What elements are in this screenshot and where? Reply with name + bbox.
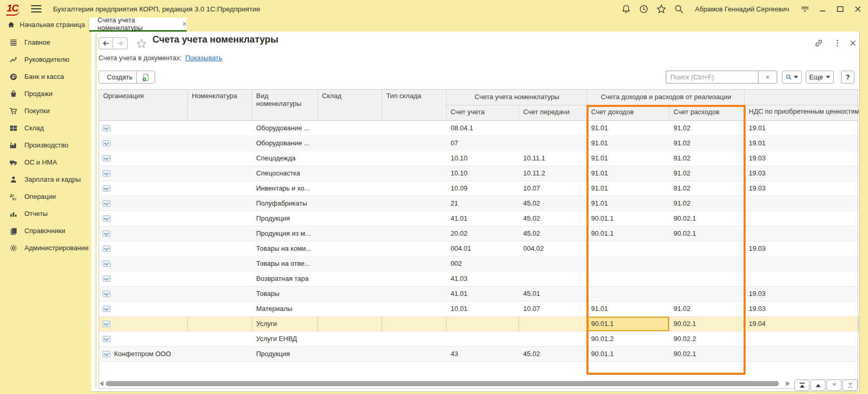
back-button[interactable]	[99, 37, 113, 49]
table-row[interactable]: Оборудование ... 07 91.01 91.02 19.01	[99, 136, 858, 151]
sidebar-item-purchases[interactable]: Покупки	[0, 102, 91, 119]
get-link-icon[interactable]	[814, 38, 823, 48]
register-record-icon	[103, 185, 110, 192]
tab-item-accounts[interactable]: Счета учета номенклатуры ×	[89, 18, 187, 32]
current-user[interactable]: Абрамов Геннадий Сергеевич	[695, 5, 789, 13]
panel-splitter[interactable]	[95, 33, 97, 388]
cell-vat: 19.03	[745, 166, 859, 181]
register-record-icon	[103, 306, 110, 312]
cell-warehouse-type	[382, 181, 446, 196]
cell-expense-account: 90.02.1	[669, 226, 745, 241]
tab-home-page[interactable]: Начальная страница	[0, 18, 89, 32]
cell-income-account: 90.01.2	[587, 332, 669, 346]
forward-button[interactable]	[113, 37, 128, 49]
table-row[interactable]: Возвратная тара 41.03	[99, 271, 858, 287]
search-button[interactable]	[782, 71, 802, 84]
cell-nomenclature	[188, 196, 252, 211]
column-header-kind[interactable]: Вид номенклатуры	[252, 90, 318, 120]
sidebar-item-warehouse[interactable]: Склад	[0, 119, 91, 137]
table-row[interactable]: Полуфабрикаты 21 45.02 91.01 91.02	[99, 196, 858, 211]
help-button[interactable]: ?	[841, 71, 855, 84]
global-search-icon[interactable]	[674, 4, 684, 14]
table-row[interactable]: Услуги 90.01.1 90.02.1 19.04	[99, 317, 858, 332]
cell-transfer-account: 45.02	[519, 347, 587, 361]
more-button[interactable]: Еще	[806, 71, 834, 84]
create-button[interactable]: Создать	[99, 71, 141, 84]
list-bottom-button[interactable]	[843, 379, 858, 391]
table-row[interactable]: Товары на отве... 002	[99, 256, 858, 271]
clear-search-icon[interactable]: ×	[758, 71, 777, 84]
cell-kind: Услуги ЕНВД	[252, 332, 318, 346]
cell-income-account: 91.01	[587, 181, 669, 196]
cell-nomenclature	[188, 302, 252, 316]
cell-vat: 19.04	[745, 317, 859, 331]
table-row[interactable]: Спецодежда 10.10 10.11.1 91.01 91.02 19.…	[99, 151, 858, 166]
sidebar-item-main[interactable]: Главное	[0, 34, 91, 51]
cell-warehouse	[318, 271, 382, 286]
sidebar-item-reports[interactable]: Отчеты	[0, 205, 91, 222]
column-header-income-account[interactable]: Счет доходов	[587, 105, 669, 120]
favorites-star-icon[interactable]	[656, 4, 666, 14]
table-row[interactable]: Товары 41.01 45.01 19.03	[99, 287, 858, 302]
sidebar-item-operations[interactable]: ДтКтОперации	[0, 188, 91, 205]
sidebar-item-bank-cash[interactable]: Банк и касса	[0, 68, 91, 85]
cell-transfer-account	[519, 332, 587, 346]
sidebar-item-salary-hr[interactable]: Зарплата и кадры	[0, 171, 91, 188]
column-header-nomenclature[interactable]: Номенклатура	[188, 90, 252, 120]
list-up-button[interactable]	[810, 379, 825, 391]
sidebar-item-sales[interactable]: Продажи	[0, 85, 91, 102]
sidebar-item-fixed-assets[interactable]: ОС и НМА	[0, 154, 91, 171]
table-row[interactable]: Продукция 41.01 45.02 90.01.1 90.02.1	[99, 211, 858, 226]
sidebar-item-references[interactable]: Справочники	[0, 222, 91, 239]
favorite-star-icon[interactable]	[136, 38, 147, 49]
page-title: Счета учета номенклатуры	[152, 34, 278, 45]
show-link[interactable]: Показывать	[185, 54, 222, 62]
sidebar-item-production[interactable]: Производство	[0, 137, 91, 154]
register-record-icon	[103, 155, 110, 161]
list-down-button[interactable]	[827, 379, 842, 391]
service-menu-icon[interactable]	[800, 4, 810, 14]
scroll-right-icon[interactable]	[786, 381, 790, 386]
close-window-icon[interactable]	[853, 4, 863, 14]
cell-income-account	[587, 271, 669, 286]
table-body: Оборудование ... 08.04.1 91.01 91.02 19.…	[99, 121, 858, 362]
cell-vat: 19.01	[745, 136, 859, 151]
sidebar-item-administration[interactable]: Администрирование	[0, 239, 91, 256]
maximize-icon[interactable]	[835, 4, 845, 14]
table-row[interactable]: Материалы 10.01 10.07 91.01 91.02 19.03	[99, 302, 858, 317]
table-row[interactable]: Оборудование ... 08.04.1 91.01 91.02 19.…	[99, 121, 858, 136]
table-row[interactable]: Услуги ЕНВД 90.01.2 90.02.2	[99, 332, 858, 347]
column-header-warehouse-type[interactable]: Тип склада	[382, 90, 446, 120]
column-header-expense-account[interactable]: Счет расходов	[669, 105, 745, 120]
history-icon[interactable]	[639, 4, 649, 14]
tab-close-icon[interactable]: ×	[183, 20, 187, 28]
column-header-account[interactable]: Счет учета	[446, 105, 519, 120]
cell-income-account: 90.01.1	[587, 347, 669, 361]
notifications-bell-icon[interactable]	[621, 4, 631, 14]
column-header-vat[interactable]: НДС по приобретенным ценностям	[745, 105, 859, 120]
list-top-button[interactable]	[794, 379, 809, 391]
table-row[interactable]: Продукция из м... 20.02 45.02 90.01.1 90…	[99, 226, 858, 241]
search-input[interactable]	[666, 71, 758, 84]
table-row[interactable]: Спецоснастка 10.10 10.11.2 91.01 91.02 1…	[99, 166, 858, 181]
cell-account: 002	[446, 256, 519, 271]
scroll-left-icon[interactable]	[100, 381, 104, 386]
column-header-warehouse[interactable]: Склад	[318, 90, 382, 120]
column-header-organization[interactable]: Организация	[99, 90, 188, 120]
scrollbar-track[interactable]	[106, 381, 784, 387]
close-form-icon[interactable]	[848, 38, 858, 48]
group-header-accounting: Счета учета номенклатуры	[446, 90, 587, 105]
copy-item-button[interactable]	[136, 71, 155, 84]
table-row[interactable]: Товары на коми... 004.01 004.02 19.03	[99, 241, 858, 256]
cell-expense-account	[669, 271, 745, 286]
main-menu-icon[interactable]	[31, 5, 41, 12]
table-row[interactable]: Инвентарь и хо... 10.09 10.07 91.01 91.0…	[99, 181, 858, 196]
sidebar-item-manager[interactable]: Руководителю	[0, 51, 91, 68]
scrollbar-thumb[interactable]	[106, 381, 779, 386]
table-row[interactable]: Конфетпром ООО Продукция 43 45.02 90.01.…	[99, 347, 858, 362]
more-menu-dots-icon[interactable]	[833, 38, 842, 48]
minimize-icon[interactable]	[818, 4, 828, 14]
cell-warehouse	[318, 332, 382, 346]
column-header-transfer-account[interactable]: Счет передачи	[519, 105, 587, 120]
horizontal-scrollbar[interactable]	[100, 381, 790, 387]
